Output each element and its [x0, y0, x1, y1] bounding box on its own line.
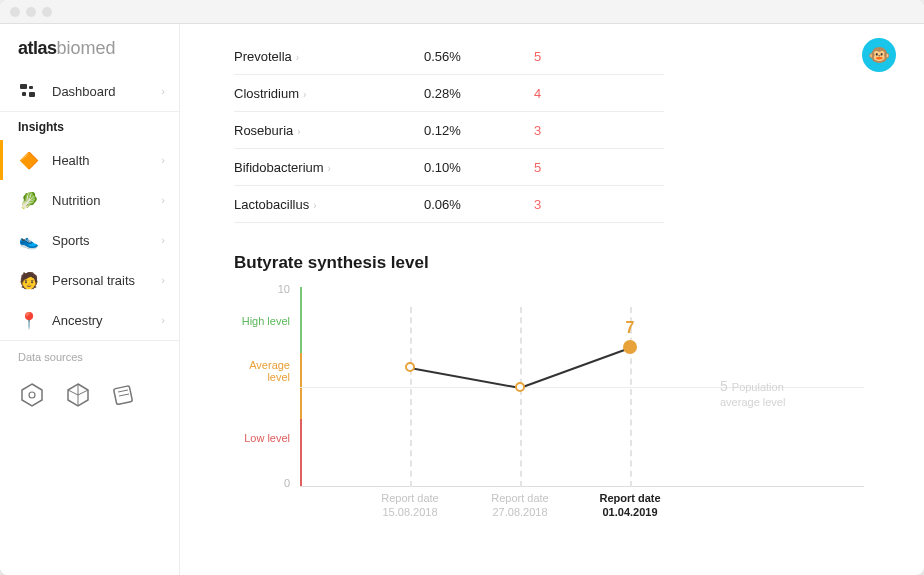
- grid-vline: [520, 307, 522, 487]
- nutrition-icon: 🥬: [18, 189, 40, 211]
- row-name: Prevotella: [234, 49, 292, 64]
- table-row[interactable]: Lactobacillus› 0.06% 3: [234, 186, 664, 223]
- data-point[interactable]: [405, 362, 415, 372]
- y-band-average: Average level: [234, 359, 290, 383]
- line-segment: [520, 347, 631, 389]
- row-score: 5: [534, 160, 541, 175]
- chevron-right-icon: ›: [161, 274, 165, 286]
- sidebar-item-label: Sports: [52, 233, 90, 248]
- y-band-low: Low level: [244, 432, 290, 444]
- data-source-cube-icon[interactable]: [64, 381, 92, 409]
- chart-title: Butyrate synthesis level: [234, 253, 884, 273]
- row-score: 3: [534, 197, 541, 212]
- chevron-right-icon: ›: [161, 314, 165, 326]
- row-name: Lactobacillus: [234, 197, 309, 212]
- bacteria-table: Prevotella› 0.56% 5 Clostridium› 0.28% 4…: [234, 38, 664, 223]
- y-band-high: High level: [242, 315, 290, 327]
- chevron-right-icon: ›: [161, 194, 165, 206]
- y-tick-min: 0: [284, 477, 290, 489]
- sidebar-item-label: Personal traits: [52, 273, 135, 288]
- x-tick-label: Report date01.04.2019: [585, 491, 675, 520]
- sidebar-item-health[interactable]: 🔶 Health ›: [0, 140, 179, 180]
- brand-light: biomed: [57, 38, 116, 58]
- sidebar-item-nutrition[interactable]: 🥬 Nutrition ›: [0, 180, 179, 220]
- line-segment: [410, 367, 520, 389]
- data-point[interactable]: [515, 382, 525, 392]
- sidebar: atlasbiomed Dashboard › Insights 🔶 Hea: [0, 24, 180, 575]
- y-tick-max: 10: [278, 283, 290, 295]
- main-content: 🐵 Prevotella› 0.56% 5 Clostridium› 0.28%…: [180, 24, 924, 575]
- avatar-icon: 🐵: [868, 44, 890, 66]
- chevron-right-icon: ›: [161, 154, 165, 166]
- svg-line-4: [118, 390, 128, 392]
- data-point-value: 7: [626, 319, 635, 337]
- health-icon: 🔶: [18, 149, 40, 171]
- row-score: 5: [534, 49, 541, 64]
- row-score: 4: [534, 86, 541, 101]
- svg-line-5: [119, 394, 129, 396]
- population-average-label: 5Population average level: [720, 377, 800, 409]
- chevron-right-icon: ›: [297, 126, 300, 137]
- chevron-right-icon: ›: [296, 52, 299, 63]
- row-percent: 0.10%: [424, 160, 534, 175]
- chevron-right-icon: ›: [328, 163, 331, 174]
- x-tick-label: Report date15.08.2018: [365, 491, 455, 520]
- row-percent: 0.28%: [424, 86, 534, 101]
- ancestry-icon: 📍: [18, 309, 40, 331]
- chevron-right-icon: ›: [313, 200, 316, 211]
- row-name: Bifidobacterium: [234, 160, 324, 175]
- sidebar-item-sports[interactable]: 👟 Sports ›: [0, 220, 179, 260]
- sidebar-item-dashboard[interactable]: Dashboard ›: [0, 71, 179, 111]
- sidebar-item-label: Ancestry: [52, 313, 103, 328]
- chevron-right-icon: ›: [161, 85, 165, 97]
- data-source-hex-icon[interactable]: [18, 381, 46, 409]
- sidebar-section-data-sources: Data sources: [0, 340, 179, 373]
- row-name: Roseburia: [234, 123, 293, 138]
- personal-traits-icon: 🧑: [18, 269, 40, 291]
- row-percent: 0.56%: [424, 49, 534, 64]
- row-score: 3: [534, 123, 541, 138]
- sidebar-item-ancestry[interactable]: 📍 Ancestry ›: [0, 300, 179, 340]
- grid-vline: [410, 307, 412, 487]
- table-row[interactable]: Clostridium› 0.28% 4: [234, 75, 664, 112]
- traffic-light-dot: [42, 7, 52, 17]
- dashboard-icon: [18, 80, 40, 102]
- population-average-value: 5: [720, 378, 728, 394]
- sidebar-item-label: Dashboard: [52, 84, 116, 99]
- svg-point-1: [29, 392, 35, 398]
- brand-logo: atlasbiomed: [0, 38, 179, 71]
- svg-marker-0: [22, 384, 42, 406]
- sidebar-item-label: Health: [52, 153, 90, 168]
- chevron-right-icon: ›: [161, 234, 165, 246]
- chevron-right-icon: ›: [303, 89, 306, 100]
- sports-icon: 👟: [18, 229, 40, 251]
- avatar[interactable]: 🐵: [862, 38, 896, 72]
- table-row[interactable]: Prevotella› 0.56% 5: [234, 38, 664, 75]
- y-axis-labels: 10 High level Average level Low level 0: [234, 287, 296, 487]
- brand-strong: atlas: [18, 38, 57, 58]
- x-tick-label: Report date27.08.2018: [475, 491, 565, 520]
- sidebar-item-personal-traits[interactable]: 🧑 Personal traits ›: [0, 260, 179, 300]
- table-row[interactable]: Roseburia› 0.12% 3: [234, 112, 664, 149]
- x-axis-labels: Report date15.08.2018Report date27.08.20…: [300, 487, 864, 517]
- window-titlebar: [0, 0, 924, 24]
- row-percent: 0.06%: [424, 197, 534, 212]
- table-row[interactable]: Bifidobacterium› 0.10% 5: [234, 149, 664, 186]
- sidebar-section-insights: Insights: [0, 111, 179, 140]
- data-point[interactable]: [623, 340, 637, 354]
- plot-area: 7 5Population average level: [300, 287, 864, 487]
- row-percent: 0.12%: [424, 123, 534, 138]
- data-source-card-icon[interactable]: [110, 381, 138, 409]
- traffic-light-dot: [10, 7, 20, 17]
- traffic-light-dot: [26, 7, 36, 17]
- sidebar-item-label: Nutrition: [52, 193, 100, 208]
- butyrate-chart: 10 High level Average level Low level 0 …: [234, 287, 864, 517]
- row-name: Clostridium: [234, 86, 299, 101]
